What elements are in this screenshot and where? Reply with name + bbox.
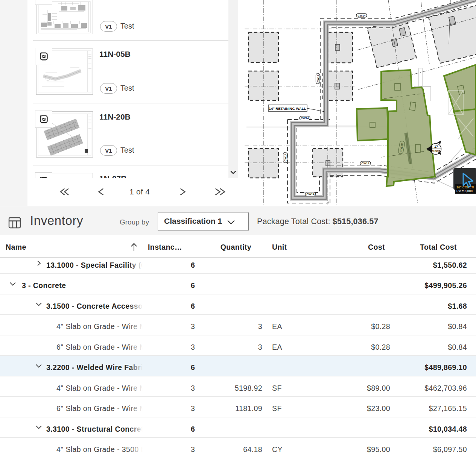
svg-text:S303: S303 xyxy=(432,149,440,153)
svg-text:CW14: CW14 xyxy=(301,117,309,120)
svg-text:16" CONCR: 16" CONCR xyxy=(456,185,474,189)
svg-text:F'c = 8,000: F'c = 8,000 xyxy=(456,189,473,193)
svg-text:CW14: CW14 xyxy=(284,153,287,162)
svg-text:CW14: CW14 xyxy=(362,162,370,165)
svg-text:CW14: CW14 xyxy=(358,14,366,17)
svg-text:CW14: CW14 xyxy=(316,74,320,83)
svg-text:17: 17 xyxy=(434,145,438,149)
svg-text:CW14: CW14 xyxy=(307,193,315,196)
svg-text:14" RETAINING WALL: 14" RETAINING WALL xyxy=(269,106,306,111)
